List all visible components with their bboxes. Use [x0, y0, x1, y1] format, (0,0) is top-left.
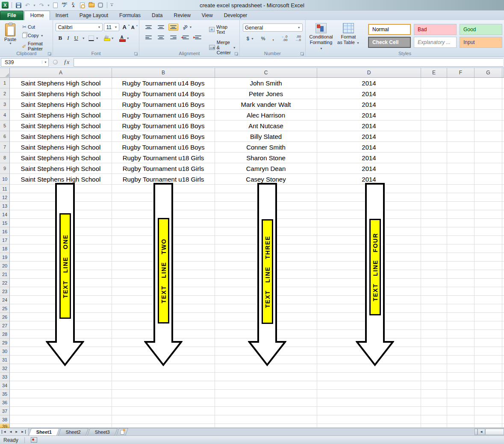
cell[interactable]	[447, 356, 475, 364]
cell[interactable]	[502, 185, 504, 193]
cell[interactable]	[475, 279, 502, 287]
cell[interactable]	[502, 142, 504, 153]
cell[interactable]: Rugby Tournament u16 Boys	[112, 121, 215, 131]
cell[interactable]	[112, 390, 215, 398]
cell[interactable]	[502, 262, 504, 270]
column-header-F[interactable]: F	[447, 68, 475, 78]
cell[interactable]	[447, 330, 475, 338]
cell[interactable]: 2014	[317, 131, 421, 142]
cell[interactable]	[447, 185, 475, 193]
style-normal[interactable]: Normal	[368, 24, 411, 35]
row-header-38[interactable]: 38	[0, 415, 10, 424]
clipboard-dialog-launcher-icon[interactable]	[48, 52, 51, 56]
cell[interactable]: Rugby Tournament u14 Boys	[112, 88, 215, 99]
cell[interactable]: Camryn Dean	[215, 163, 317, 174]
cell[interactable]	[447, 390, 475, 398]
cell[interactable]	[502, 296, 504, 304]
increase-decimal-button[interactable]: ←.0.00	[280, 34, 289, 43]
cell[interactable]	[475, 153, 502, 163]
orientation-button[interactable]: ab▼	[181, 24, 194, 30]
cell[interactable]	[502, 110, 504, 121]
cell[interactable]	[421, 253, 447, 262]
cell[interactable]	[447, 347, 475, 356]
row-header-37[interactable]: 37	[0, 407, 10, 415]
format-as-table-button[interactable]: Format as Table ▼	[335, 22, 362, 50]
cell[interactable]	[421, 338, 447, 347]
cell[interactable]: Rugby Tournament u16 Boys	[112, 131, 215, 142]
style-explanatory[interactable]: Explanatory ...	[414, 37, 457, 48]
cell[interactable]	[421, 262, 447, 270]
cell[interactable]	[475, 364, 502, 373]
align-left-button[interactable]	[144, 34, 153, 41]
arrow-label-box[interactable]: TEXT LINE ONE	[59, 213, 71, 319]
cell[interactable]	[421, 163, 447, 174]
hscroll-left-icon[interactable]: ◄	[477, 429, 485, 435]
cell[interactable]	[447, 174, 475, 185]
font-dialog-launcher-icon[interactable]	[134, 52, 138, 56]
cell[interactable]	[475, 262, 502, 270]
row-header-16[interactable]: 16	[0, 227, 10, 236]
row-header-14[interactable]: 14	[0, 210, 10, 219]
cell[interactable]	[317, 398, 421, 407]
middle-align-button[interactable]	[156, 24, 166, 31]
cell[interactable]	[502, 321, 504, 330]
row-header-30[interactable]: 30	[0, 347, 10, 356]
cell[interactable]: Rugby Tournament u18 Girls	[112, 153, 215, 163]
cell[interactable]: Rugby Tournament u14 Boys	[112, 78, 215, 88]
cell[interactable]	[215, 424, 317, 428]
row-header-27[interactable]: 27	[0, 321, 10, 330]
row-header-4[interactable]: 4	[0, 110, 10, 121]
conditional-formatting-button[interactable]: Conditional Formatting ▼	[307, 22, 335, 50]
number-dialog-launcher-icon[interactable]	[301, 52, 304, 56]
insert-function-icon[interactable]: ƒx	[64, 59, 69, 66]
cell[interactable]	[10, 424, 112, 428]
cell[interactable]	[502, 193, 504, 202]
accounting-format-button[interactable]: $▼	[245, 35, 256, 42]
tab-insert[interactable]: Insert	[50, 11, 74, 20]
cell[interactable]: Saint Stephens High School	[10, 99, 112, 110]
cell[interactable]	[475, 219, 502, 227]
cell[interactable]	[421, 78, 447, 88]
decrease-decimal-button[interactable]: .00→.0	[293, 34, 303, 43]
top-align-button[interactable]	[144, 24, 153, 31]
tab-page-layout[interactable]: Page Layout	[74, 11, 114, 20]
cell[interactable]: Ant Nutcase	[215, 121, 317, 131]
arrow-label-box[interactable]: TEXT LINE TWO	[158, 218, 169, 323]
column-header-E[interactable]: E	[421, 68, 447, 78]
cell[interactable]	[475, 244, 502, 253]
cell[interactable]	[502, 202, 504, 210]
cell[interactable]	[475, 424, 502, 428]
cell[interactable]	[502, 373, 504, 381]
cell[interactable]: Billy Slated	[215, 131, 317, 142]
row-header-8[interactable]: 8	[0, 153, 10, 163]
cell[interactable]	[317, 415, 421, 424]
underline-dropdown-icon[interactable]: ▼	[82, 37, 85, 40]
macro-record-icon[interactable]	[31, 437, 37, 443]
wrap-text-button[interactable]: Wrap Text	[207, 24, 238, 35]
cell[interactable]	[421, 142, 447, 153]
cell[interactable]	[112, 407, 215, 415]
cell[interactable]	[10, 373, 112, 381]
cell[interactable]	[447, 398, 475, 407]
cell[interactable]	[475, 174, 502, 185]
cell[interactable]	[215, 373, 317, 381]
formula-bar-handle[interactable]	[53, 60, 58, 65]
column-header-C[interactable]: C	[215, 68, 317, 78]
cell[interactable]	[475, 321, 502, 330]
tab-formulas[interactable]: Formulas	[114, 11, 146, 20]
cell[interactable]	[447, 121, 475, 131]
cell[interactable]	[475, 110, 502, 121]
cell[interactable]	[447, 338, 475, 347]
cell[interactable]	[475, 131, 502, 142]
cell[interactable]: John Smith	[215, 78, 317, 88]
cell[interactable]	[475, 390, 502, 398]
tab-data[interactable]: Data	[146, 11, 168, 20]
cell[interactable]	[502, 381, 504, 390]
cell[interactable]	[447, 296, 475, 304]
italic-button[interactable]: I	[65, 34, 71, 42]
cell[interactable]	[502, 88, 504, 99]
cell[interactable]	[475, 407, 502, 415]
cell[interactable]	[447, 364, 475, 373]
cell[interactable]: Conner Smith	[215, 142, 317, 153]
column-header-A[interactable]: A	[10, 68, 112, 78]
